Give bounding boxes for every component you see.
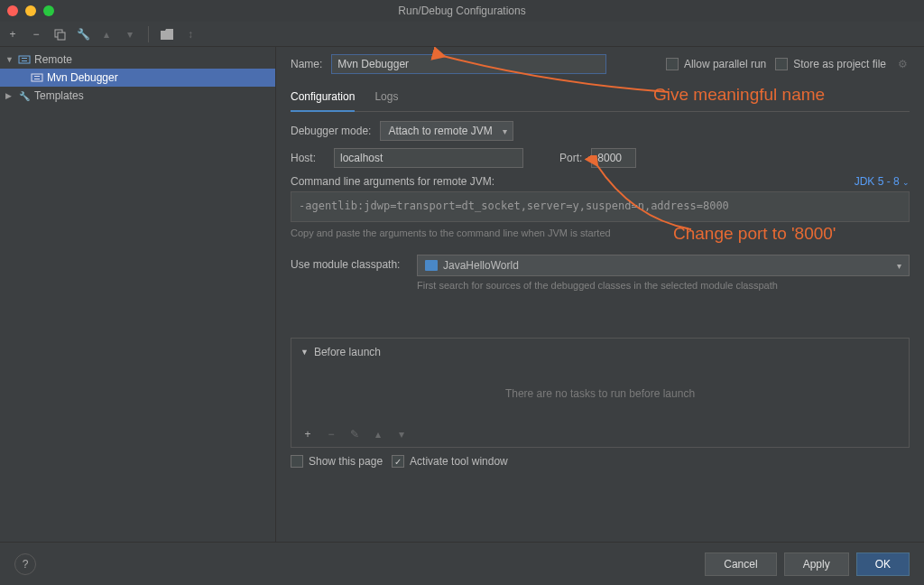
- sidebar-item-label: Mvn Debugger: [47, 71, 118, 84]
- close-window-button[interactable]: [7, 5, 18, 16]
- add-icon[interactable]: +: [5, 27, 20, 42]
- wrench-icon: 🔧: [18, 89, 31, 102]
- svg-rect-3: [22, 58, 27, 59]
- store-project-checkbox[interactable]: Store as project file: [775, 58, 886, 70]
- window-title: Run/Debug Configurations: [398, 5, 525, 17]
- module-classpath-select[interactable]: JavaHelloWorld: [417, 255, 910, 276]
- cmd-hint: Copy and paste the arguments to the comm…: [291, 228, 910, 238]
- remote-icon: [18, 53, 31, 66]
- down-icon[interactable]: ▾: [123, 27, 137, 42]
- cmd-args-label: Command line arguments for remote JVM:: [291, 175, 494, 188]
- debugger-mode-label: Debugger mode:: [291, 125, 371, 137]
- folder-icon[interactable]: [160, 27, 174, 42]
- svg-rect-7: [34, 79, 40, 79]
- cmd-args-readonly[interactable]: -agentlib:jdwp=transport=dt_socket,serve…: [291, 191, 910, 222]
- cancel-button[interactable]: Cancel: [705, 552, 776, 576]
- module-icon: [425, 260, 438, 271]
- remote-icon: [31, 71, 43, 84]
- svg-rect-2: [19, 56, 30, 63]
- activate-tool-checkbox[interactable]: ✓Activate tool window: [392, 455, 508, 468]
- module-label: Use module classpath:: [291, 255, 408, 271]
- down-task-icon[interactable]: ▾: [394, 427, 409, 441]
- titlebar: Run/Debug Configurations: [0, 0, 924, 22]
- gear-icon[interactable]: ⚙: [895, 57, 910, 71]
- footer: ? Cancel Apply OK: [0, 542, 924, 585]
- ok-button[interactable]: OK: [856, 552, 910, 576]
- svg-rect-4: [22, 60, 27, 61]
- up-task-icon[interactable]: ▴: [371, 427, 385, 441]
- sidebar-item-mvn-debugger[interactable]: Mvn Debugger: [0, 69, 275, 87]
- port-label: Port:: [559, 152, 582, 164]
- copy-icon[interactable]: [52, 27, 67, 42]
- name-input[interactable]: [331, 54, 606, 74]
- sidebar-remote-group[interactable]: ▼ Remote: [0, 51, 275, 69]
- add-task-icon[interactable]: +: [300, 427, 315, 441]
- toolbar: + − 🔧 ▴ ▾ ↕: [0, 22, 924, 47]
- sidebar-templates-label: Templates: [34, 89, 84, 102]
- remove-task-icon[interactable]: −: [324, 427, 338, 441]
- name-label: Name:: [291, 58, 322, 70]
- wrench-icon[interactable]: 🔧: [76, 27, 90, 42]
- debugger-mode-select[interactable]: Attach to remote JVM: [380, 121, 513, 141]
- sidebar-templates[interactable]: ▶ 🔧 Templates: [0, 87, 275, 105]
- tabs: Configuration Logs: [291, 87, 910, 112]
- tab-configuration[interactable]: Configuration: [291, 87, 355, 112]
- remove-icon[interactable]: −: [29, 27, 43, 42]
- host-label: Host:: [291, 152, 325, 164]
- host-input[interactable]: [334, 148, 523, 168]
- up-icon[interactable]: ▴: [99, 27, 114, 42]
- show-page-checkbox[interactable]: Show this page: [291, 455, 383, 468]
- sidebar-remote-label: Remote: [34, 53, 72, 66]
- module-hint: First search for sources of the debugged…: [417, 280, 910, 291]
- maximize-window-button[interactable]: [43, 5, 54, 16]
- sidebar: ▼ Remote Mvn Debugger ▶ 🔧 Templates: [0, 47, 276, 542]
- before-launch-empty: There are no tasks to run before launch: [291, 366, 909, 422]
- svg-rect-6: [34, 76, 40, 77]
- port-input[interactable]: [591, 148, 636, 168]
- help-button[interactable]: ?: [14, 553, 36, 575]
- svg-rect-5: [32, 74, 42, 81]
- jdk-version-link[interactable]: JDK 5 - 8 ⌄: [855, 175, 910, 188]
- content-panel: Name: Allow parallel run Store as projec…: [276, 47, 924, 542]
- before-launch-header[interactable]: ▼Before launch: [291, 339, 909, 366]
- tab-logs[interactable]: Logs: [374, 87, 398, 111]
- apply-button[interactable]: Apply: [784, 552, 849, 576]
- sort-icon[interactable]: ↕: [183, 27, 198, 42]
- allow-parallel-checkbox[interactable]: Allow parallel run: [666, 58, 766, 70]
- minimize-window-button[interactable]: [25, 5, 36, 16]
- edit-task-icon[interactable]: ✎: [347, 427, 362, 441]
- svg-rect-1: [58, 32, 65, 40]
